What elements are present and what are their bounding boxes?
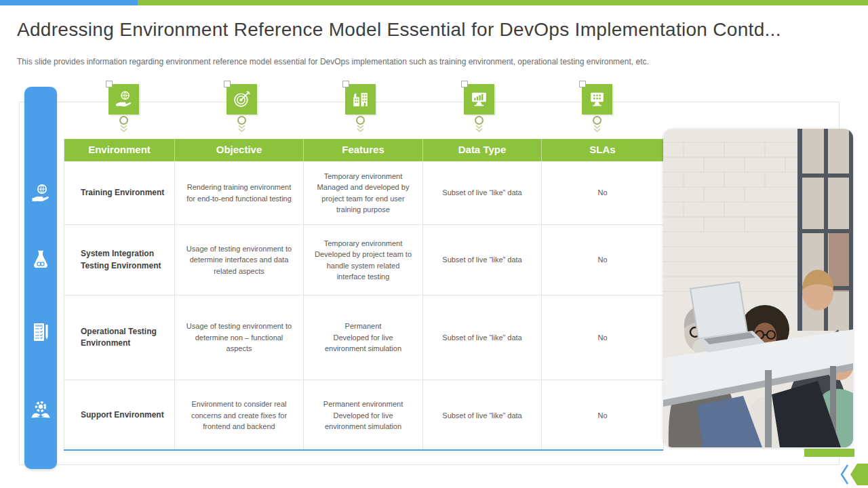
cell-environment: Support Environment bbox=[64, 380, 175, 451]
table-row: Support Environment Environment to consi… bbox=[64, 380, 664, 451]
photo-accent-bar bbox=[804, 449, 854, 457]
cell-data-type: Subset of live “like” data bbox=[423, 380, 542, 451]
page-title: Addressing Environment Reference Model E… bbox=[17, 19, 851, 41]
connector-circle bbox=[119, 116, 128, 125]
chevron-down-icon bbox=[237, 125, 246, 133]
hand-globe-icon bbox=[30, 182, 52, 204]
selection-handle bbox=[461, 81, 468, 87]
cell-objective: Usage of testing environment to determin… bbox=[175, 296, 304, 380]
process-tile-2 bbox=[226, 84, 257, 115]
chevron-down-icon bbox=[593, 125, 601, 133]
cell-objective: Environment to consider real concerns an… bbox=[175, 380, 304, 451]
cell-slas: No bbox=[542, 161, 664, 224]
process-tile-3 bbox=[345, 84, 376, 115]
selection-handle bbox=[224, 81, 231, 87]
cell-environment: Operational Testing Environment bbox=[64, 296, 175, 380]
cell-features: Temporary environment Developed by proje… bbox=[304, 225, 423, 295]
cell-slas: No bbox=[542, 296, 664, 380]
header-cell-objective: Objective bbox=[175, 139, 304, 161]
table-bottom-accent bbox=[64, 449, 663, 451]
cell-features: Permanent Developed for live environment… bbox=[304, 296, 423, 380]
top-bar bbox=[0, 0, 868, 5]
chevron-down-icon bbox=[119, 125, 128, 133]
monitor-chart-icon bbox=[469, 89, 489, 109]
top-bar-green-segment bbox=[138, 0, 868, 5]
nav-chevron-icon bbox=[840, 464, 849, 485]
selection-handle bbox=[342, 81, 349, 87]
category-sidebar bbox=[24, 87, 57, 469]
table-row: Training Environment Rendering training … bbox=[64, 161, 664, 225]
header-cell-data-type: Data Type bbox=[423, 139, 542, 161]
header-cell-environment: Environment bbox=[64, 139, 175, 161]
cell-data-type: Subset of live “like” data bbox=[423, 161, 542, 224]
checklist-icon bbox=[30, 321, 52, 343]
team-photo bbox=[663, 129, 853, 447]
header-cell-slas: SLAs bbox=[542, 139, 664, 161]
connector-circle bbox=[237, 116, 246, 125]
selection-handle bbox=[106, 81, 113, 87]
connector-circle bbox=[593, 116, 601, 125]
connector-circle bbox=[356, 116, 365, 125]
hand-globe-icon bbox=[114, 89, 134, 109]
cell-features: Permanent environment Developed for live… bbox=[304, 380, 423, 451]
process-tile-4 bbox=[464, 84, 494, 115]
cell-slas: No bbox=[542, 225, 664, 295]
connector-circle bbox=[475, 116, 484, 125]
cell-environment: System Integration Testing Environment bbox=[64, 225, 175, 295]
header-cell-features: Features bbox=[304, 139, 423, 161]
top-bar-blue-segment bbox=[0, 0, 138, 5]
chevron-down-icon bbox=[475, 125, 484, 133]
cell-slas: No bbox=[542, 380, 664, 451]
process-tile-5 bbox=[582, 84, 612, 115]
table-header-row: Environment Objective Features Data Type… bbox=[64, 139, 664, 161]
hands-gear-icon bbox=[30, 399, 52, 421]
table-row: Operational Testing Environment Usage of… bbox=[64, 296, 664, 380]
cell-features: Temporary environment Managed and develo… bbox=[304, 161, 423, 224]
cell-environment: Training Environment bbox=[64, 161, 175, 224]
cell-data-type: Subset of live “like” data bbox=[423, 296, 542, 380]
page-subtitle: This slide provides information regardin… bbox=[17, 57, 763, 66]
monitor-data-icon bbox=[587, 89, 607, 109]
target-icon bbox=[232, 89, 252, 109]
table-row: System Integration Testing Environment U… bbox=[64, 225, 664, 296]
buildings-icon bbox=[351, 89, 370, 109]
cell-objective: Usage of testing environment to determin… bbox=[175, 225, 304, 295]
selection-handle bbox=[579, 81, 586, 87]
cell-data-type: Subset of live “like” data bbox=[423, 225, 542, 295]
flask-icon bbox=[30, 249, 52, 270]
cell-objective: Rendering training environment for end-t… bbox=[175, 161, 304, 224]
environments-table: Environment Objective Features Data Type… bbox=[64, 139, 664, 451]
process-tile-1 bbox=[108, 84, 139, 115]
chevron-down-icon bbox=[356, 125, 365, 133]
corner-arrow-icon bbox=[850, 464, 868, 485]
